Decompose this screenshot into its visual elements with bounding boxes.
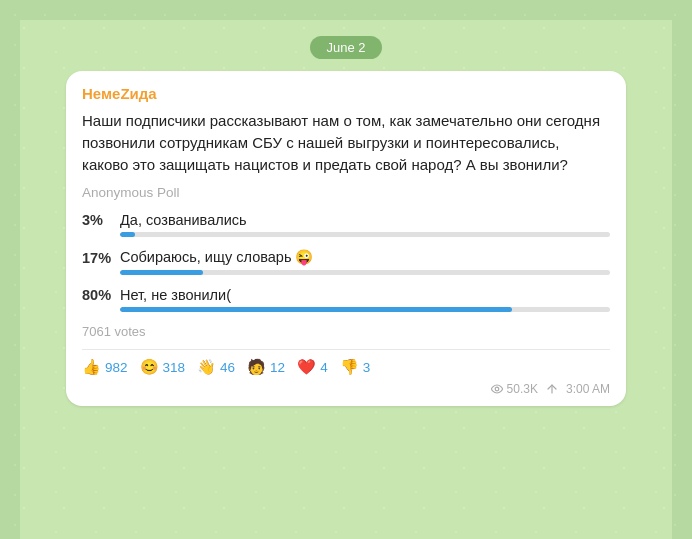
poll-pct-2: 17% [82,250,120,266]
smile-icon: 😊 [140,358,159,376]
thumbsup-count: 982 [105,360,128,375]
reaction-person[interactable]: 🧑 12 [247,358,285,376]
poll-option-text-2: Собираюсь, ищу словарь 😜 [120,249,313,266]
reaction-heart[interactable]: ❤️ 4 [297,358,328,376]
message-text: Наши подписчики рассказывают нам о том, … [82,110,610,175]
meta-views: 50.3K [490,382,538,396]
meta-share [546,383,558,395]
wave-count: 46 [220,360,235,375]
eye-icon [490,384,504,394]
smile-count: 318 [163,360,186,375]
votes-count: 7061 votes [82,324,610,339]
reaction-thumbsup[interactable]: 👍 982 [82,358,128,376]
poll-bar-track-2 [120,270,610,275]
poll-bar-track-1 [120,232,610,237]
poll-option-1[interactable]: 3% Да, созванивались [82,212,610,237]
wave-icon: 👋 [197,358,216,376]
screen: June 2 НемеZида Наши подписчики рассказы… [20,20,672,539]
poll-pct-3: 80% [82,287,120,303]
poll-option-text-3: Нет, не звонили( [120,287,231,303]
thumbsdown-count: 3 [363,360,371,375]
date-badge: June 2 [310,36,381,59]
reactions-divider [82,349,610,350]
poll-pct-1: 3% [82,212,120,228]
poll-option-text-1: Да, созванивались [120,212,247,228]
reactions-row: 👍 982 😊 318 👋 46 🧑 12 ❤️ 4 👎 3 [82,358,610,376]
heart-icon: ❤️ [297,358,316,376]
thumbsup-icon: 👍 [82,358,101,376]
reaction-thumbsdown[interactable]: 👎 3 [340,358,371,376]
poll-label: Anonymous Poll [82,185,610,200]
person-count: 12 [270,360,285,375]
channel-name[interactable]: НемеZида [82,85,610,102]
svg-point-0 [495,387,499,391]
views-count: 50.3K [507,382,538,396]
reaction-smile[interactable]: 😊 318 [140,358,186,376]
message-time: 3:00 AM [566,382,610,396]
poll-bar-fill-1 [120,232,135,237]
poll-bar-fill-3 [120,307,512,312]
message-bubble: НемеZида Наши подписчики рассказывают на… [66,71,626,406]
poll-bar-fill-2 [120,270,203,275]
heart-count: 4 [320,360,328,375]
reaction-wave[interactable]: 👋 46 [197,358,235,376]
poll-option-2[interactable]: 17% Собираюсь, ищу словарь 😜 [82,249,610,275]
thumbsdown-icon: 👎 [340,358,359,376]
person-icon: 🧑 [247,358,266,376]
poll-bar-track-3 [120,307,610,312]
poll-option-3[interactable]: 80% Нет, не звонили( [82,287,610,312]
meta-row: 50.3K 3:00 AM [82,382,610,396]
share-icon [546,383,558,395]
